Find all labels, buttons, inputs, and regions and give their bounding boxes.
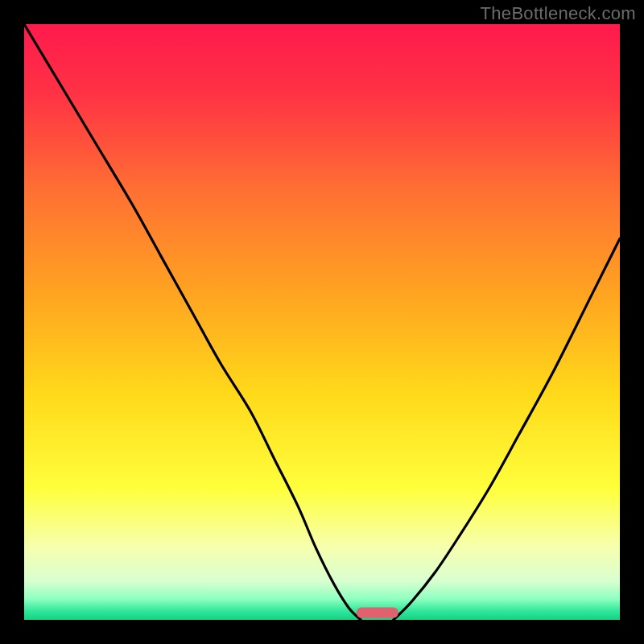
bottleneck-chart (0, 0, 644, 644)
watermark-text: TheBottleneck.com (481, 3, 636, 24)
optimal-marker (357, 607, 398, 617)
chart-frame: TheBottleneck.com (0, 0, 644, 644)
gradient-background (24, 24, 620, 620)
